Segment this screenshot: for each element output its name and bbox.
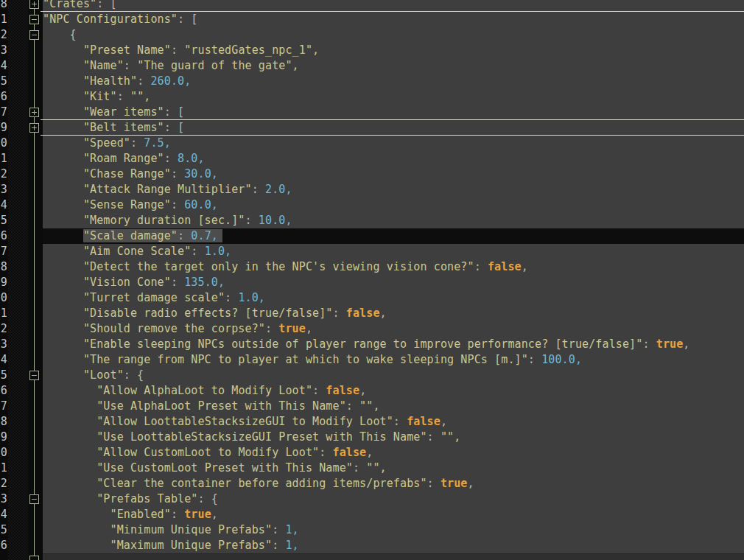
indent xyxy=(43,59,83,72)
line-number: 2 xyxy=(0,476,7,491)
line-number: 5 xyxy=(0,74,7,89)
code-line[interactable]: "Kit": "", xyxy=(43,89,744,105)
code-line[interactable]: "Minimum Unique Prefabs": 1, xyxy=(43,522,744,538)
indent xyxy=(43,74,83,88)
json-key: "NPC Configurations" xyxy=(43,13,178,26)
code-line[interactable]: "Name": "The guard of the gate", xyxy=(43,58,744,74)
code-line[interactable]: "Chase Range": 30.0, xyxy=(43,167,744,182)
code-line[interactable]: "Use CustomLoot Preset with This Name": … xyxy=(43,461,744,476)
code-line[interactable]: "Attack Range Multiplier": 2.0, xyxy=(43,182,744,197)
code-line[interactable]: "Allow AlphaLoot to Modify Loot": false, xyxy=(43,383,744,399)
line-number: 7 xyxy=(0,399,7,414)
code-area[interactable]: "Crates": ["NPC Configurations": [ { "Pr… xyxy=(43,0,744,553)
json-punct: : xyxy=(245,214,259,227)
line-number: 3 xyxy=(0,491,7,507)
code-line[interactable]: "Prefabs Table": { xyxy=(43,491,744,507)
line-number: 5 xyxy=(0,368,7,383)
line-number: 6 xyxy=(0,228,7,244)
code-line[interactable]: "Allow CustomLoot to Modify Loot": false… xyxy=(43,445,744,461)
json-punct: : xyxy=(124,59,137,72)
code-line[interactable]: "Disable radio effects? [true/false]": f… xyxy=(43,306,744,321)
json-number: 60.0, xyxy=(184,198,218,211)
json-punct: , xyxy=(522,260,528,273)
json-punct: , xyxy=(366,446,373,459)
json-number: 2.0, xyxy=(265,183,292,196)
code-editor[interactable]: 812345679012345678901234567890123456 "Cr… xyxy=(0,0,744,560)
code-line[interactable]: "Enabled": true, xyxy=(43,507,744,522)
json-boolean: false xyxy=(346,307,380,320)
line-number: 1 xyxy=(0,461,7,476)
json-string: "The guard of the gate", xyxy=(137,59,299,72)
code-line[interactable]: "Vision Cone": 135.0, xyxy=(43,275,744,290)
code-line[interactable]: "NPC Configurations": [ xyxy=(43,12,744,27)
fold-expanded-icon[interactable] xyxy=(29,30,39,40)
fold-toggle-icon-partial[interactable] xyxy=(29,556,39,560)
json-key: "Memory duration [sec.]" xyxy=(83,214,245,227)
code-line[interactable]: "Belt items": [ xyxy=(43,120,744,136)
fold-expanded-icon[interactable] xyxy=(29,15,39,24)
indent xyxy=(43,183,83,196)
json-punct: , xyxy=(211,508,218,521)
indent xyxy=(43,477,96,490)
indent xyxy=(43,167,83,181)
json-key: "Preset Name" xyxy=(83,43,171,57)
json-punct: : [ xyxy=(96,0,116,10)
json-number: 1.0, xyxy=(205,245,232,258)
fold-expanded-icon[interactable] xyxy=(29,494,39,504)
json-key: "Turret damage scale" xyxy=(83,291,225,304)
code-line[interactable]: { xyxy=(43,27,744,43)
json-punct: : xyxy=(225,291,238,304)
code-line[interactable]: "Loot": { xyxy=(43,368,744,383)
indent xyxy=(43,229,83,242)
json-number: 100.0, xyxy=(541,353,582,366)
code-line[interactable]: "Sense Range": 60.0, xyxy=(43,197,744,213)
code-line[interactable]: "Scale damage": 0.7, xyxy=(43,228,744,244)
line-number: 1 xyxy=(0,151,7,167)
fold-expanded-icon[interactable] xyxy=(29,371,39,380)
code-line[interactable]: "Maximum Unique Prefabs": 1, xyxy=(43,538,744,553)
json-boolean: true xyxy=(278,322,306,335)
indent xyxy=(43,152,83,165)
code-line[interactable]: "Speed": 7.5, xyxy=(43,136,744,151)
code-line[interactable]: "Allow LoottableStacksizeGUI to Modify L… xyxy=(43,414,744,430)
line-number: 6 xyxy=(0,383,7,399)
code-line[interactable]: "Clear the container before adding items… xyxy=(43,476,744,491)
fold-collapsed-icon[interactable] xyxy=(29,108,39,117)
line-number: 3 xyxy=(0,43,7,58)
code-line[interactable]: "Memory duration [sec.]": 10.0, xyxy=(43,213,744,228)
json-punct: : xyxy=(427,430,441,444)
code-line[interactable]: "Enable sleeping NPCs outside of player … xyxy=(43,337,744,352)
json-punct: : { xyxy=(197,492,217,505)
code-line[interactable]: "Aim Cone Scale": 1.0, xyxy=(43,244,744,259)
code-line[interactable]: "Roam Range": 8.0, xyxy=(43,151,744,167)
code-line[interactable]: "Wear items": [ xyxy=(43,105,744,120)
json-string: "rustedGates_npc_1", xyxy=(184,43,319,57)
code-line[interactable]: "Detect the target only in the NPC's vie… xyxy=(43,259,744,275)
json-punct: : xyxy=(353,461,366,475)
line-number: 9 xyxy=(0,120,7,136)
indent xyxy=(43,539,110,552)
fold-collapsed-icon[interactable] xyxy=(29,0,39,9)
code-line[interactable]: "Should remove the corpse?": true, xyxy=(43,321,744,337)
json-punct: : [ xyxy=(164,105,184,119)
code-line[interactable]: "Use LoottableStacksizeGUI Preset with T… xyxy=(43,430,744,445)
code-line[interactable]: "Turret damage scale": 1.0, xyxy=(43,290,744,306)
json-punct: : xyxy=(427,477,441,490)
line-number: 8 xyxy=(0,0,7,12)
json-key: "Allow AlphaLoot to Modify Loot" xyxy=(96,384,312,397)
indent xyxy=(43,214,83,227)
indent xyxy=(43,461,96,475)
json-punct: : xyxy=(191,245,204,258)
fold-collapsed-icon[interactable] xyxy=(29,123,39,133)
json-string: "", xyxy=(366,461,386,475)
json-punct: : xyxy=(137,74,150,88)
code-line[interactable]: "Preset Name": "rustedGates_npc_1", xyxy=(43,43,744,58)
code-line[interactable]: "Health": 260.0, xyxy=(43,74,744,89)
line-number: 5 xyxy=(0,522,7,538)
code-line[interactable]: "The range from NPC to player at which t… xyxy=(43,352,744,368)
json-punct: : xyxy=(171,167,184,181)
code-line[interactable]: "Crates": [ xyxy=(43,0,744,12)
code-line[interactable]: "Use AlphaLoot Preset with This Name": "… xyxy=(43,399,744,414)
json-punct: : xyxy=(642,337,656,351)
indent xyxy=(43,446,96,459)
